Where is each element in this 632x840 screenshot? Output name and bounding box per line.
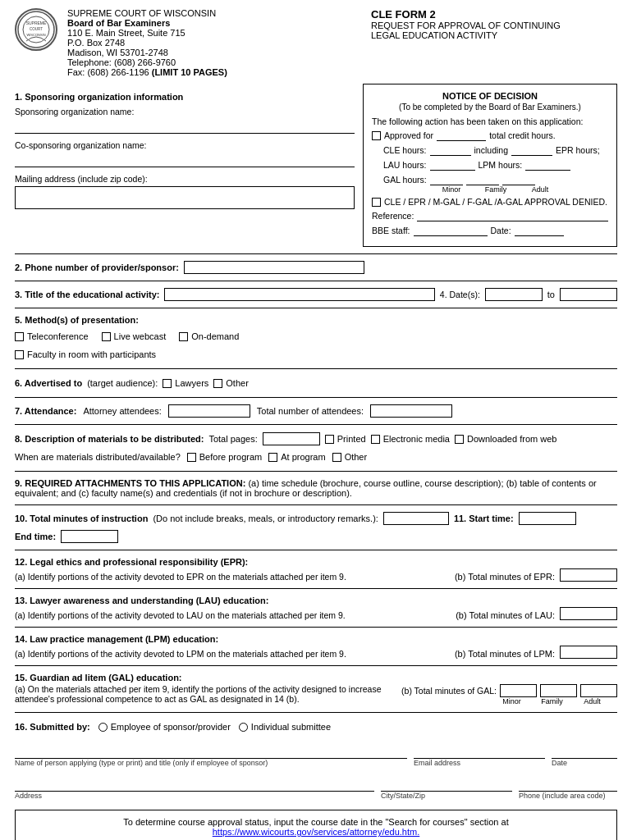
epr-hours-field[interactable] <box>511 144 552 156</box>
section9-text: 9. REQUIRED ATTACHMENTS TO THIS APPLICAT… <box>15 478 617 498</box>
gal-minor-field[interactable] <box>430 174 463 185</box>
attorney-input[interactable] <box>168 404 250 418</box>
gal-minor-input[interactable] <box>500 684 537 697</box>
section8: 8. Description of materials to be distri… <box>15 424 617 464</box>
footer-link[interactable]: https://www.wicourts.gov/services/attorn… <box>213 827 420 837</box>
section16: 16. Submitted by: Employee of sponsor/pr… <box>15 712 617 734</box>
name-input[interactable] <box>15 741 407 759</box>
start-time-input[interactable] <box>519 512 576 525</box>
other6-item: Other <box>213 378 249 388</box>
on-demand-label: On-demand <box>191 331 239 341</box>
section14: 14. Law practice management (LPM) educat… <box>15 627 617 659</box>
section6-label: 6. Advertised to <box>15 378 82 388</box>
gal-family-input[interactable] <box>540 684 577 697</box>
gal-family-field[interactable] <box>466 174 499 185</box>
individual-radio[interactable] <box>239 723 248 732</box>
denied-checkbox[interactable] <box>372 198 381 207</box>
cle-hours-field[interactable] <box>430 144 471 156</box>
sponsor-input[interactable] <box>15 119 355 134</box>
phone: Telephone: (608) 266-9760 <box>67 57 371 67</box>
lpm-hours-field[interactable] <box>525 159 570 171</box>
minutes-input[interactable] <box>383 512 449 525</box>
teleconference-label: Teleconference <box>27 331 89 341</box>
bbe-staff-label: BBE staff: <box>372 226 410 235</box>
total-pages-label: Total pages: <box>208 434 257 444</box>
section13-text: (a) Identify portions of the activity de… <box>15 610 451 620</box>
name-label: Name of person applying (type or print) … <box>15 759 407 767</box>
on-demand-checkbox[interactable] <box>179 332 188 341</box>
denied-text: CLE / EPR / M-GAL / F-GAL /A-GAL APPROVA… <box>384 197 607 207</box>
reference-field[interactable] <box>417 210 608 221</box>
sig-date-input[interactable] <box>552 741 617 759</box>
address1: 110 E. Main Street, Suite 715 <box>67 28 371 38</box>
electronic-item: Electronic media <box>371 434 450 444</box>
phone-input[interactable] <box>184 261 364 274</box>
date-label: 4. Date(s): <box>440 290 480 299</box>
section7: 7. Attendance: Attorney attendees: Total… <box>15 397 617 418</box>
downloaded-checkbox[interactable] <box>455 435 464 444</box>
title-input[interactable] <box>164 288 434 301</box>
approved-label: Approved for <box>384 130 433 140</box>
lawyers-checkbox[interactable] <box>163 379 172 388</box>
cosponsor-label: Co-sponsoring organization name: <box>15 140 355 150</box>
section5: 5. Method(s) of presentation: Teleconfer… <box>15 308 617 362</box>
approved-checkbox[interactable] <box>372 131 381 140</box>
lpm-minutes-input[interactable] <box>560 646 617 659</box>
section5-label: 5. Method(s) of presentation: <box>15 315 139 325</box>
employee-label: Employee of sponsor/provider <box>111 722 231 732</box>
date-field[interactable] <box>515 225 564 236</box>
gal-adult-field[interactable] <box>502 174 535 185</box>
epr-minutes-input[interactable] <box>560 568 617 582</box>
svg-text:SUPREME: SUPREME <box>26 21 47 25</box>
printed-checkbox[interactable] <box>325 435 334 444</box>
sig-date-label: Date <box>552 759 617 767</box>
approved-hours-field[interactable] <box>437 130 486 141</box>
end-time-input[interactable] <box>61 530 118 543</box>
live-webcast-checkbox[interactable] <box>102 332 111 341</box>
section12-text: (a) Identify portions of the activity de… <box>15 572 450 582</box>
court-seal: SUPREME COURT WISCONSIN <box>15 8 57 51</box>
before-checkbox[interactable] <box>187 453 196 462</box>
employee-item: Employee of sponsor/provider <box>98 722 231 732</box>
other8-checkbox[interactable] <box>332 453 341 462</box>
bbe-staff-field[interactable] <box>414 225 488 236</box>
reference-label: Reference: <box>372 211 414 221</box>
lau-hours-field[interactable] <box>430 159 475 171</box>
live-webcast-item: Live webcast <box>102 331 167 341</box>
total-pages-input[interactable] <box>263 432 320 445</box>
attorney-label: Attorney attendees: <box>83 406 161 416</box>
cosponsor-input[interactable] <box>15 153 355 167</box>
date-end-input[interactable] <box>560 288 617 301</box>
other6-checkbox[interactable] <box>213 379 222 388</box>
header: SUPREME COURT WISCONSIN SUPREME COURT OF… <box>15 8 617 77</box>
teleconference-checkbox[interactable] <box>15 332 24 341</box>
address-input[interactable] <box>15 774 374 792</box>
section12-title: 12. Legal ethics and professional respon… <box>15 557 617 567</box>
end-time-label: End time: <box>15 532 56 541</box>
section12: 12. Legal ethics and professional respon… <box>15 550 617 582</box>
section12-body: (a) Identify portions of the activity de… <box>15 568 617 582</box>
lau-minutes-input[interactable] <box>560 607 617 620</box>
electronic-checkbox[interactable] <box>371 435 380 444</box>
left-col: 1. Sponsoring organization information S… <box>15 84 355 247</box>
form-title-area: CLE FORM 2 REQUEST FOR APPROVAL OF CONTI… <box>371 8 617 40</box>
sig-area-1: Name of person applying (type or print) … <box>15 741 617 767</box>
gal-adult-input[interactable] <box>580 684 617 697</box>
page: SUPREME COURT WISCONSIN SUPREME COURT OF… <box>0 0 632 840</box>
on-demand-item: On-demand <box>179 331 239 341</box>
at-checkbox[interactable] <box>268 453 277 462</box>
faculty-checkbox[interactable] <box>15 350 24 359</box>
date-start-input[interactable] <box>485 288 543 301</box>
sig-col-phone: Phone (include area code) <box>519 774 617 800</box>
lau-field-label: (b) Total minutes of LAU: <box>456 610 555 620</box>
city-input[interactable] <box>381 774 512 792</box>
electronic-label: Electronic media <box>383 434 450 444</box>
section13-title: 13. Lawyer awareness and understanding (… <box>15 596 617 605</box>
phone-sig-input[interactable] <box>519 774 617 792</box>
court-name: SUPREME COURT OF WISCONSIN <box>67 8 371 18</box>
notice-approved-row: Approved for total credit hours. <box>372 130 608 141</box>
total-input[interactable] <box>370 404 452 418</box>
email-input[interactable] <box>414 741 545 759</box>
employee-radio[interactable] <box>98 723 108 732</box>
mailing-input[interactable] <box>15 186 355 209</box>
